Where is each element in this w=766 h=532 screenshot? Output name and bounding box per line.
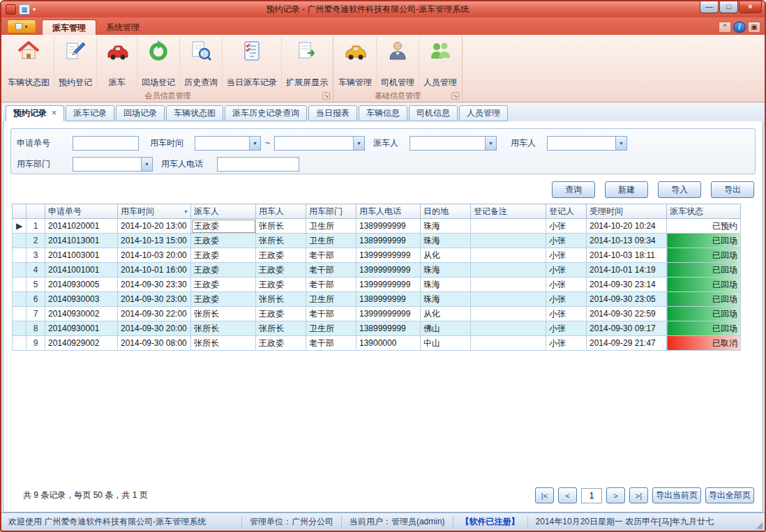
screen-switch-icon[interactable]: ▣ — [748, 22, 760, 33]
ribbon-tab-bar: ▾ 派车管理 系统管理 ^ i ▣ — [1, 17, 765, 35]
table-row[interactable]: 2201410130012014-10-13 15:00王政委张所长卫生所138… — [13, 234, 741, 248]
column-header[interactable]: 用车人电话 — [356, 204, 421, 219]
table-row[interactable]: 9201409290022014-09-30 08:00张所长王政委老干部139… — [13, 336, 741, 351]
ribbon-button-people[interactable]: 人员管理 — [419, 36, 461, 90]
phone-input[interactable] — [217, 157, 299, 172]
info-icon[interactable]: i — [733, 22, 746, 33]
department-combo[interactable]: ▼ — [73, 157, 153, 172]
table-row[interactable]: 7201409300022014-09-30 22:00张所长王政委老干部139… — [13, 307, 741, 321]
document-tab-7[interactable]: 司机信息 — [409, 105, 458, 121]
column-header[interactable]: 目的地 — [421, 204, 471, 219]
ribbon-button-return[interactable]: 回场登记 — [137, 36, 179, 90]
ribbon-tab-dispatch-management[interactable]: 派车管理 — [42, 20, 96, 35]
resize-grip-icon[interactable]: ◢ — [756, 520, 763, 530]
group-dialog-launcher-icon[interactable]: ↘ — [322, 92, 330, 100]
chevron-down-icon[interactable]: ▼ — [353, 137, 364, 150]
ribbon-group-caption: 基础信息管理↘ — [334, 90, 461, 102]
column-header[interactable]: 用车部门 — [306, 204, 356, 219]
user-value — [548, 137, 615, 150]
prev-page-button[interactable]: < — [558, 487, 577, 503]
export-button[interactable]: 导出 — [711, 181, 754, 198]
dispatcher-combo[interactable]: ▼ — [410, 136, 497, 151]
column-header[interactable]: 受理时间 — [587, 204, 667, 219]
use-time-from-combo[interactable]: ▼ — [195, 136, 261, 151]
export-current-page-button[interactable]: 导出当前页 — [652, 487, 701, 503]
column-header[interactable]: 派车状态 — [667, 204, 741, 219]
cell: 13999999999 — [356, 278, 421, 292]
request-no-input[interactable] — [73, 136, 139, 151]
cell: 1389999999 — [356, 321, 421, 336]
group-dialog-launcher-icon[interactable]: ↘ — [451, 92, 459, 100]
use-time-to-combo[interactable]: ▼ — [274, 136, 365, 151]
document-tab-4[interactable]: 派车历史记录查询 — [225, 105, 307, 121]
ribbon-button-daily-record[interactable]: 当日派车记录 — [222, 36, 281, 90]
chevron-down-icon[interactable]: ▼ — [485, 137, 496, 150]
row-indicator-cell — [13, 248, 27, 263]
column-header[interactable]: 登记人 — [546, 204, 587, 219]
document-tab-2[interactable]: 回场记录 — [116, 105, 165, 121]
cell: 小张 — [546, 292, 587, 307]
cell: 珠海 — [421, 234, 471, 248]
document-tab-6[interactable]: 车辆信息 — [359, 105, 407, 121]
document-tab-8[interactable]: 人员管理 — [459, 105, 508, 121]
column-header[interactable]: 用车人 — [256, 204, 306, 219]
ribbon-button-history-search[interactable]: 历史查询 — [179, 36, 222, 90]
ribbon-button-car-red[interactable]: 派车 — [96, 36, 137, 90]
new-button[interactable]: 新建 — [605, 181, 648, 198]
cell: 2014-09-30 22:59 — [587, 307, 667, 321]
row-indicator-cell — [13, 307, 27, 321]
document-tab-1[interactable]: 派车记录 — [66, 105, 114, 121]
app-icon[interactable] — [6, 4, 16, 15]
cell — [471, 278, 546, 292]
chevron-down-icon[interactable]: ▼ — [141, 158, 152, 171]
next-page-button[interactable]: > — [606, 487, 625, 503]
app-menu-button[interactable]: ▾ — [7, 20, 36, 33]
first-page-button[interactable]: |< — [535, 487, 554, 503]
close-button[interactable]: × — [739, 1, 762, 13]
ribbon-button-pencil[interactable]: 预约登记 — [54, 36, 96, 90]
chevron-down-icon[interactable]: ▼ — [249, 137, 260, 150]
table-row[interactable]: ▶1201410200012014-10-20 13:00王政委张所长卫生所13… — [13, 219, 741, 234]
document-tab-5[interactable]: 当日报表 — [308, 105, 357, 121]
close-icon[interactable]: × — [52, 108, 57, 118]
department-value — [73, 158, 141, 171]
cell: 从化 — [421, 248, 471, 263]
maximize-button[interactable]: □ — [719, 1, 738, 13]
user-combo[interactable]: ▼ — [547, 136, 627, 151]
table-row[interactable]: 3201410030012014-10-03 20:00王政委王政委老干部139… — [13, 248, 741, 263]
chevron-down-icon[interactable]: ▼ — [615, 137, 626, 150]
page-number-input[interactable] — [581, 488, 602, 503]
document-tab-3[interactable]: 车辆状态图 — [166, 105, 223, 121]
ribbon-button-extend-screen[interactable]: 扩展屏显示 — [281, 36, 332, 90]
column-header[interactable]: 申请单号 — [45, 204, 118, 219]
app-window: ▦ ▾ 预约记录 - 广州爱奇迪软件科技有限公司-派车管理系统 — □ × ▾ … — [0, 0, 766, 532]
column-header[interactable]: 用车时间▼ — [118, 204, 191, 219]
table-row[interactable]: 5201409300052014-09-30 23:30王政委王政委老干部139… — [13, 278, 741, 292]
tab-label: 当日报表 — [316, 108, 350, 118]
table-row[interactable]: 6201409300032014-09-30 23:00王政委张所长卫生所138… — [13, 292, 741, 307]
cell: 中山 — [421, 336, 471, 351]
ribbon-button-car-yellow[interactable]: 车辆管理 — [334, 36, 376, 90]
last-page-button[interactable]: >| — [629, 487, 648, 503]
cell: 王政委 — [256, 278, 306, 292]
column-header[interactable]: 登记备注 — [471, 204, 546, 219]
ribbon-group: 车辆状态图预约登记派车回场登记历史查询当日派车记录扩展屏显示会员信息管理↘ — [3, 36, 333, 102]
minimize-button[interactable]: — — [700, 1, 719, 13]
import-button[interactable]: 导入 — [658, 181, 701, 198]
license-status-link[interactable]: 【软件已注册】 — [453, 516, 527, 528]
document-tab-0[interactable]: 预约记录× — [6, 105, 64, 121]
ribbon-button-label: 派车 — [109, 74, 126, 89]
query-button[interactable]: 查询 — [552, 181, 595, 198]
table-row[interactable]: 8201409300012014-09-30 20:00张所长张所长卫生所138… — [13, 321, 741, 336]
ribbon-button-house[interactable]: 车辆状态图 — [3, 36, 54, 90]
record-summary: 共 9 条记录，每页 50 条，共 1 页 — [23, 489, 148, 501]
ribbon-tab-system-management[interactable]: 系统管理 — [96, 20, 149, 35]
ribbon-button-driver[interactable]: 司机管理 — [376, 36, 419, 90]
ribbon-collapse-icon[interactable]: ^ — [719, 22, 731, 33]
export-all-pages-button[interactable]: 导出全部页 — [705, 487, 754, 503]
column-header[interactable]: 派车人 — [191, 204, 256, 219]
cell: 珠海 — [421, 292, 471, 307]
table-row[interactable]: 4201410010012014-10-01 16:00王政委王政委老干部139… — [13, 263, 741, 278]
layout-icon[interactable]: ▦ — [19, 4, 30, 15]
cell: 20141013001 — [45, 234, 118, 248]
